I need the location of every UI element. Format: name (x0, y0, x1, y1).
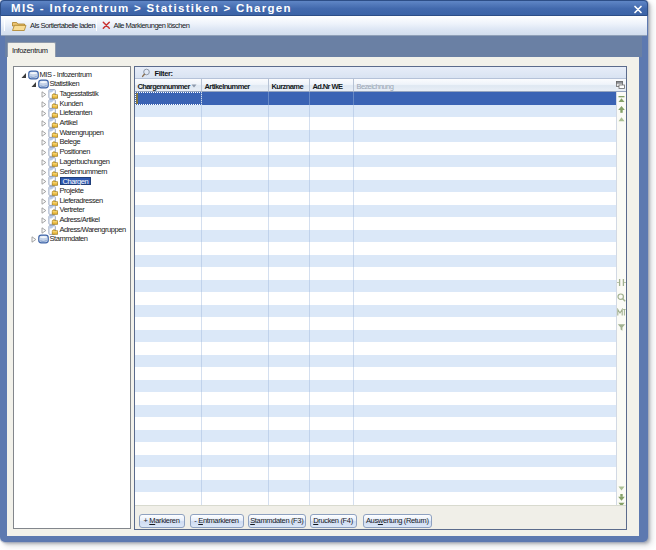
toolbar-grip (4, 19, 5, 31)
tree-item-label[interactable]: Kunden (60, 99, 83, 109)
column-header-bezeichnung[interactable]: Bezeichnung (354, 79, 626, 92)
focused-cell (135, 92, 202, 105)
grid-footer: + Markieren- EntmarkierenStammdaten (F3)… (135, 505, 626, 529)
tree-item-label[interactable]: Positionen (60, 147, 91, 157)
tree-item-expander[interactable] (31, 236, 37, 243)
column-chooser-cell[interactable] (616, 79, 626, 92)
tree-item-expander[interactable] (41, 110, 47, 117)
tree-item-kunden[interactable]: Kunden (14, 99, 130, 109)
toolbar-separator (96, 19, 97, 31)
tree-item-label[interactable]: Seriennummern (60, 167, 108, 177)
tree-item-label[interactable]: Vertreter (60, 205, 85, 215)
tree-item-lieferanten[interactable]: Lieferanten (14, 108, 130, 118)
tree-item-expander[interactable] (41, 120, 47, 127)
tree-item-chargen[interactable]: Chargen (14, 176, 130, 186)
tree-item-expander[interactable] (41, 149, 47, 156)
tree-item-label[interactable]: Lagerbuchungen (60, 157, 110, 167)
toolbar-button-clear-marks[interactable]: Alle Markierungen löschen (102, 16, 190, 35)
button-entmarkieren[interactable]: - Entmarkieren (190, 514, 244, 528)
report-folder-icon (48, 186, 58, 196)
open-folder-icon (11, 19, 27, 33)
window-title: MIS - Infozentrum > Statistiken > Charge… (11, 2, 292, 15)
column-header-ad-nr-we[interactable]: Ad.Nr WE (310, 79, 354, 92)
tree-item-icon (28, 70, 38, 80)
selected-row[interactable] (135, 92, 616, 105)
tree-item-expander[interactable] (41, 207, 47, 214)
tree-item-label[interactable]: Belege (60, 137, 81, 147)
tree-collapsed-icon (41, 139, 47, 146)
grid-filter-row[interactable]: Filter: (135, 67, 626, 79)
tree-item-label[interactable]: Stammdaten (50, 234, 88, 244)
column-header-artikelnummer[interactable]: Artikelnummer (202, 79, 269, 92)
tree-item-label[interactable]: Tagesstatistik (60, 89, 99, 99)
tree-item-tagesstatistik[interactable]: Tagesstatistik (14, 89, 130, 99)
tree-item-expander[interactable] (41, 188, 47, 195)
tree-item-seriennummern[interactable]: Seriennummern (14, 167, 130, 177)
tree-item-expander[interactable] (31, 81, 37, 88)
tree-collapsed-icon (41, 149, 47, 156)
tree-item-expander[interactable] (41, 159, 47, 166)
tree-item-expander[interactable] (41, 198, 47, 205)
tree-item-label[interactable]: Lieferanten (60, 108, 93, 118)
close-button[interactable] (633, 4, 643, 14)
tree-item-icon (48, 205, 58, 215)
tree-item-label[interactable]: Projekte (60, 186, 84, 196)
tree-item-expander[interactable] (41, 217, 47, 224)
title-bar: MIS - Infozentrum > Statistiken > Charge… (0, 0, 648, 16)
tree-item-artikel[interactable]: Artikel (14, 118, 130, 128)
report-folder-icon (48, 176, 58, 186)
tree-item-lieferadressen[interactable]: Lieferadressen (14, 196, 130, 206)
tree-item-label[interactable]: Adress/Artikel (60, 215, 100, 225)
tree-item-label[interactable]: Lieferadressen (60, 196, 103, 206)
tree-item-label[interactable]: Adress/Warengruppen (60, 225, 126, 235)
tree-item-adress-warengruppen[interactable]: Adress/Warengruppen (14, 225, 130, 235)
search-icon[interactable] (617, 293, 626, 302)
tree-item-expander[interactable] (21, 72, 27, 79)
tree-item-label[interactable]: Warengruppen (60, 128, 104, 138)
tree-item-expander[interactable] (41, 169, 47, 176)
scroll-page-up-icon[interactable] (617, 105, 626, 114)
tree-item-stammdaten[interactable]: Stammdaten (14, 234, 130, 244)
grid-body[interactable] (135, 92, 616, 505)
button-drucken-f4[interactable]: Drucken (F4) (310, 514, 357, 528)
tree-item-expander[interactable] (41, 227, 47, 234)
tree-item-expander[interactable] (41, 130, 47, 137)
column-separator (201, 92, 202, 505)
tree-item-expander[interactable] (41, 101, 47, 108)
scroll-up-icon[interactable] (617, 115, 626, 124)
tree-item-positionen[interactable]: Positionen (14, 147, 130, 157)
tree-item-icon (48, 215, 58, 225)
tree-item-adress-artikel[interactable]: Adress/Artikel (14, 215, 130, 225)
button-auswertung-return[interactable]: Auswertung (Return) (363, 514, 433, 528)
tree-item-expander[interactable] (41, 91, 47, 98)
tree-item-icon (48, 118, 58, 128)
tab-strip: Infozentrum (5, 36, 642, 57)
button-stammdaten-f3[interactable]: Stammdaten (F3) (248, 514, 306, 528)
tab-infozentrum[interactable]: Infozentrum (7, 42, 56, 57)
tree-item-label[interactable]: Chargen (60, 177, 92, 186)
tree-item-label[interactable]: Statistiken (50, 79, 80, 89)
tree-item-label[interactable]: MIS - Infozentrum (40, 70, 92, 80)
tree-item-mis-infozentrum[interactable]: MIS - Infozentrum (14, 70, 130, 80)
tree-item-statistiken[interactable]: Statistiken (14, 79, 130, 89)
tree-item-icon (48, 157, 58, 167)
tree-item-projekte[interactable]: Projekte (14, 186, 130, 196)
filter-funnel-icon[interactable] (617, 323, 626, 332)
fit-columns-icon[interactable] (617, 278, 626, 287)
aggregate-icon[interactable] (617, 308, 626, 317)
tree-item-expander[interactable] (41, 178, 47, 185)
tree-item-icon (38, 79, 48, 89)
tree-item-label[interactable]: Artikel (60, 118, 78, 128)
button-markieren[interactable]: + Markieren (139, 514, 185, 528)
tree-item-vertreter[interactable]: Vertreter (14, 205, 130, 215)
tree-item-expander[interactable] (41, 139, 47, 146)
tree-item-lagerbuchungen[interactable]: Lagerbuchungen (14, 157, 130, 167)
tree-item-icon (48, 196, 58, 206)
column-header-kurzname[interactable]: Kurzname (269, 79, 310, 92)
column-header-chargennummer[interactable]: Chargennummer (135, 79, 202, 92)
scroll-top-icon[interactable] (617, 95, 626, 104)
tree-item-belege[interactable]: Belege (14, 137, 130, 147)
tree-item-warengruppen[interactable]: Warengruppen (14, 128, 130, 138)
toolbar-button-load-sort-table[interactable]: Als Sortiertabelle laden (11, 16, 95, 35)
scroll-down-icon[interactable] (617, 484, 626, 493)
